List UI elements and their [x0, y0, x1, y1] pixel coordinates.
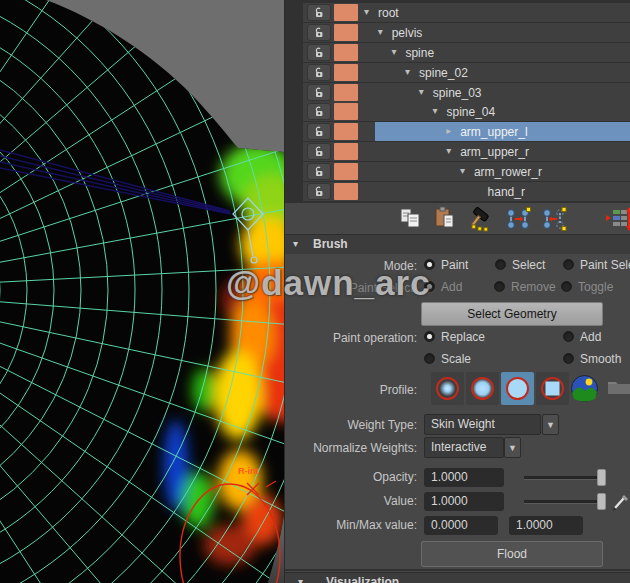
paint-select-radio-label: Toggle — [578, 280, 613, 294]
opacity-field[interactable]: 1.0000 — [424, 468, 504, 487]
max-value-field[interactable]: 1.0000 — [509, 516, 583, 535]
opacity-slider[interactable] — [524, 476, 605, 480]
lock-icon[interactable] — [307, 163, 331, 180]
joint-color-swatch[interactable] — [334, 44, 358, 61]
profile-tile-solid-brush-icon[interactable] — [501, 372, 534, 405]
mode-radio-select[interactable] — [495, 259, 506, 270]
profile-tile-square-brush-icon[interactable] — [536, 372, 569, 405]
tree-row-spine_04[interactable]: ▾spine_04 — [303, 102, 630, 121]
paint-select-radio-add — [424, 281, 435, 292]
paint-operation-radio-add[interactable] — [563, 331, 574, 342]
tree-label: spine — [405, 46, 434, 60]
tree-row-spine_02[interactable]: ▾spine_02 — [303, 63, 630, 82]
expanded-arrow-icon[interactable]: ▾ — [433, 105, 438, 116]
normalize-weights-dropdown[interactable]: Interactive — [424, 437, 504, 458]
lock-icon[interactable] — [307, 24, 331, 41]
tree-row-arm_upper_r[interactable]: ▾arm_upper_r — [303, 142, 630, 161]
paste-weights-icon[interactable] — [433, 206, 459, 232]
tree-label: spine_04 — [447, 105, 496, 119]
copy-weights-icon[interactable] — [399, 206, 425, 232]
profile-tile-image-brush-icon[interactable] — [570, 374, 599, 407]
weight-type-dropdown[interactable]: Skin Weight — [424, 414, 541, 435]
move-weights-right-icon[interactable] — [505, 206, 531, 232]
tree-row-root[interactable]: ▾root — [303, 3, 630, 22]
lock-icon[interactable] — [307, 84, 331, 101]
tree-row-pelvis[interactable]: ▾pelvis — [303, 23, 630, 42]
lock-icon[interactable] — [307, 4, 331, 21]
collapsed-arrow-icon[interactable]: ▸ — [446, 125, 451, 136]
mode-radio-paint-select[interactable] — [563, 259, 574, 270]
paint-select-radio-remove — [494, 281, 505, 292]
joint-color-swatch[interactable] — [334, 24, 358, 41]
normalize-weights-dropdown-arrow-icon[interactable]: ▼ — [504, 437, 521, 458]
lock-icon[interactable] — [307, 183, 331, 200]
joint-color-swatch[interactable] — [334, 64, 358, 81]
expanded-arrow-icon[interactable]: ▾ — [460, 165, 465, 176]
joint-color-swatch[interactable] — [334, 163, 358, 180]
hammer-weights-icon[interactable] — [468, 206, 494, 232]
joint-color-swatch[interactable] — [334, 143, 358, 160]
joint-tree: ▾root▾pelvis▾spine▾spine_02▾spine_03▾spi… — [285, 0, 630, 203]
paint-operation-radio-smooth[interactable] — [563, 353, 574, 364]
select-geometry-button[interactable]: Select Geometry — [421, 302, 603, 326]
min-value-field[interactable]: 0.0000 — [424, 516, 498, 535]
mode-radio-paint[interactable] — [424, 259, 435, 270]
expanded-arrow-icon[interactable]: ▾ — [364, 6, 369, 17]
value-field[interactable]: 1.0000 — [424, 492, 504, 511]
normalize-weights-label: Normalize Weights: — [313, 441, 417, 455]
tree-row-hand_r[interactable]: hand_r — [303, 182, 630, 201]
collapse-triangle-icon[interactable]: ▾ — [293, 238, 298, 249]
lock-icon[interactable] — [307, 103, 331, 120]
opacity-slider-handle[interactable] — [597, 469, 606, 486]
tree-row-spine_03[interactable]: ▾spine_03 — [303, 83, 630, 102]
weights-toolbar — [285, 203, 630, 234]
paint-operation-radio-label: Replace — [441, 330, 485, 344]
visualization-section-header[interactable]: ▾ Visualization — [285, 572, 630, 583]
move-weights-left-icon[interactable] — [541, 206, 567, 232]
joint-color-swatch[interactable] — [334, 183, 358, 200]
expanded-arrow-icon[interactable]: ▾ — [446, 145, 451, 156]
expanded-arrow-icon[interactable]: ▾ — [378, 26, 383, 37]
collapse-triangle-icon[interactable]: ▾ — [298, 576, 303, 583]
value-slider-handle[interactable] — [597, 493, 606, 510]
expanded-arrow-icon[interactable]: ▾ — [405, 66, 410, 77]
expanded-arrow-icon[interactable]: ▾ — [391, 46, 396, 57]
lock-icon[interactable] — [307, 44, 331, 61]
lock-icon[interactable] — [307, 64, 331, 81]
mode-radio-label: Paint — [441, 258, 468, 272]
viewport-3d[interactable]: R-int — [0, 0, 284, 583]
opacity-label: Opacity: — [373, 470, 417, 484]
tree-label: arm_upper_r — [460, 145, 529, 159]
paint-select-label: Paint Select: — [350, 281, 417, 295]
weight-type-dropdown-arrow-icon[interactable]: ▼ — [542, 414, 559, 435]
clipped-red-icon[interactable] — [626, 206, 630, 232]
joint-color-swatch[interactable] — [334, 123, 358, 140]
tree-row-arm_upper_l[interactable]: ▸arm_upper_l — [303, 122, 630, 141]
tree-label: arm_rower_r — [474, 165, 542, 179]
brush-section-header[interactable]: ▾ Brush — [285, 234, 630, 254]
joint-color-swatch[interactable] — [334, 103, 358, 120]
mode-label: Mode: — [384, 259, 417, 273]
tool-settings-panel: ▾root▾pelvis▾spine▾spine_02▾spine_03▾spi… — [284, 0, 630, 583]
paint-select-radio-label: Remove — [511, 280, 556, 294]
paint-operation-radio-replace[interactable] — [424, 331, 435, 342]
paint-operation-radio-scale[interactable] — [424, 353, 435, 364]
joint-color-swatch[interactable] — [334, 84, 358, 101]
profile-tile-gaussian-brush-icon[interactable] — [431, 372, 464, 405]
profile-tile-browse-brush-folder-icon[interactable] — [607, 378, 630, 411]
tree-row-spine[interactable]: ▾spine — [303, 43, 630, 62]
expanded-arrow-icon[interactable]: ▾ — [419, 86, 424, 97]
profile-tile-soft-brush-icon[interactable] — [466, 372, 499, 405]
eyedropper-icon[interactable] — [612, 492, 630, 512]
lock-icon[interactable] — [307, 123, 331, 140]
section-divider — [285, 569, 630, 571]
min-max-label: Min/Max value: — [336, 518, 417, 532]
paint-operation-radio-label: Smooth — [580, 352, 621, 366]
brush-section-title: Brush — [313, 237, 348, 251]
tree-label: root — [378, 6, 399, 20]
flood-button[interactable]: Flood — [421, 541, 603, 567]
tree-row-arm_rower_r[interactable]: ▾arm_rower_r — [303, 162, 630, 181]
lock-icon[interactable] — [307, 143, 331, 160]
value-slider[interactable] — [524, 500, 605, 504]
joint-color-swatch[interactable] — [334, 4, 358, 21]
